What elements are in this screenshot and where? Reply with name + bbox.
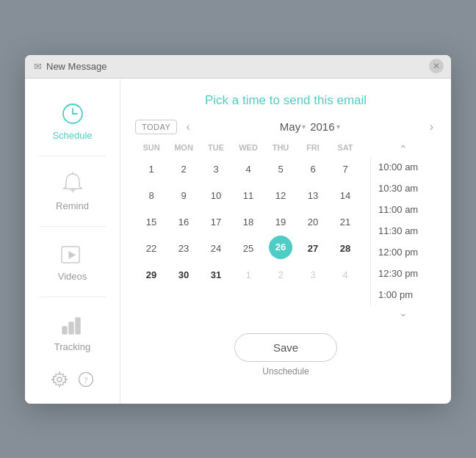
cal-day-28[interactable]: 28 [329, 236, 361, 262]
cal-day-16[interactable]: 16 [167, 209, 200, 236]
cal-day-14[interactable]: 14 [329, 183, 361, 209]
svg-point-11 [57, 377, 62, 382]
save-button[interactable]: Save [234, 333, 337, 362]
day-header-fri: FRI [297, 142, 329, 153]
svg-rect-9 [69, 322, 73, 334]
help-icon[interactable]: ? [78, 371, 94, 388]
cal-day-25[interactable]: 25 [232, 236, 264, 262]
day-header-mon: MON [167, 142, 200, 153]
cal-day-27[interactable]: 27 [297, 236, 329, 262]
time-item-3[interactable]: 11:30 am [371, 220, 436, 241]
cal-day-6[interactable]: 6 [297, 156, 329, 183]
time-item-5[interactable]: 12:30 pm [371, 263, 436, 284]
prev-month-button[interactable]: ‹ [183, 121, 192, 133]
cal-day-22[interactable]: 22 [135, 236, 167, 262]
today-button[interactable]: TODAY [135, 120, 177, 134]
divider-1 [39, 156, 105, 156]
calendar-time-wrapper: SUN MON TUE WED THU FRI SAT 1 2 [135, 142, 436, 320]
modal-overlay: ✉ New Message ✕ Schedule [0, 0, 476, 458]
videos-icon [60, 241, 86, 268]
day-header-tue: TUE [200, 142, 232, 153]
cal-day-30[interactable]: 30 [167, 262, 200, 288]
time-item-6[interactable]: 1:00 pm [371, 284, 436, 305]
sidebar-item-schedule[interactable]: Schedule [25, 92, 120, 150]
sidebar-schedule-label: Schedule [52, 130, 92, 141]
content-title: Pick a time to send this email [135, 93, 436, 108]
cal-actions: Save Unschedule [135, 333, 436, 377]
modal: ✉ New Message ✕ Schedule [25, 55, 451, 404]
cal-day-11[interactable]: 11 [232, 183, 264, 209]
time-scroll-up[interactable]: ⌃ [370, 142, 436, 156]
cal-day-8[interactable]: 8 [135, 183, 167, 209]
cal-day-15[interactable]: 15 [135, 209, 167, 236]
cal-day-26-selected[interactable]: 26 [269, 236, 292, 259]
day-header-wed: WED [232, 142, 264, 153]
schedule-icon [60, 101, 86, 127]
remind-icon [60, 171, 86, 197]
time-item-0[interactable]: 10:00 am [371, 156, 436, 178]
calendar-day-headers: SUN MON TUE WED THU FRI SAT [135, 142, 361, 153]
divider-3 [39, 297, 105, 297]
svg-text:?: ? [84, 375, 87, 385]
calendar-grid-area: SUN MON TUE WED THU FRI SAT 1 2 [135, 142, 361, 320]
time-scroll-down[interactable]: ⌄ [370, 305, 436, 320]
sidebar: Schedule Remind [25, 79, 120, 404]
cal-day-next-4[interactable]: 4 [329, 262, 361, 288]
cal-day-29[interactable]: 29 [135, 262, 167, 288]
cal-day-17[interactable]: 17 [200, 209, 232, 236]
day-header-thu: THU [264, 142, 297, 153]
time-item-1[interactable]: 10:30 am [371, 178, 436, 199]
time-picker: ⌃ 10:00 am 10:30 am 11:00 am 11:30 am 12… [370, 142, 436, 320]
modal-body: Schedule Remind [25, 79, 451, 404]
cal-day-10[interactable]: 10 [200, 183, 232, 209]
day-header-sun: SUN [135, 142, 167, 153]
close-button[interactable]: ✕ [429, 59, 444, 73]
modal-title: New Message [46, 61, 107, 72]
time-item-2[interactable]: 11:00 am [371, 199, 436, 220]
cal-day-2[interactable]: 2 [167, 156, 200, 183]
sidebar-item-videos[interactable]: Videos [25, 233, 120, 291]
calendar-header: TODAY ‹ May 2016 › [135, 120, 436, 134]
main-content: Pick a time to send this email TODAY ‹ M… [120, 79, 451, 404]
month-selector[interactable]: May [280, 120, 306, 133]
time-item-4[interactable]: 12:00 pm [371, 241, 436, 263]
cal-day-next-2[interactable]: 2 [264, 262, 297, 288]
sidebar-item-tracking[interactable]: Tracking [25, 303, 120, 361]
cal-day-5[interactable]: 5 [264, 156, 297, 183]
cal-day-19[interactable]: 19 [264, 209, 297, 236]
cal-day-23[interactable]: 23 [167, 236, 200, 262]
sidebar-bottom: ? [51, 364, 94, 390]
year-selector[interactable]: 2016 [310, 120, 339, 133]
time-list: 10:00 am 10:30 am 11:00 am 11:30 am 12:0… [370, 156, 436, 305]
svg-rect-10 [76, 318, 80, 334]
cal-day-next-3[interactable]: 3 [297, 262, 329, 288]
mail-icon: ✉ [34, 61, 42, 72]
month-year-selector: May 2016 [193, 120, 427, 133]
sidebar-item-remind[interactable]: Remind [25, 162, 120, 220]
cal-day-9[interactable]: 9 [167, 183, 200, 209]
sidebar-remind-label: Remind [56, 200, 89, 211]
cal-day-12[interactable]: 12 [264, 183, 297, 209]
day-header-sat: SAT [329, 142, 361, 153]
svg-marker-7 [69, 252, 75, 258]
cal-day-4[interactable]: 4 [232, 156, 264, 183]
calendar-grid: 1 2 3 4 5 6 7 8 9 10 11 12 [135, 156, 361, 288]
cal-day-next-1[interactable]: 1 [232, 262, 264, 288]
modal-titlebar: ✉ New Message ✕ [25, 55, 451, 79]
cal-day-20[interactable]: 20 [297, 209, 329, 236]
settings-icon[interactable] [51, 371, 68, 388]
sidebar-videos-label: Videos [58, 271, 87, 282]
cal-day-31[interactable]: 31 [200, 262, 232, 288]
cal-day-18[interactable]: 18 [232, 209, 264, 236]
cal-day-13[interactable]: 13 [297, 183, 329, 209]
svg-rect-8 [62, 327, 67, 334]
sidebar-tracking-label: Tracking [54, 341, 90, 352]
next-month-button[interactable]: › [427, 121, 436, 133]
divider-2 [39, 226, 105, 227]
cal-day-3[interactable]: 3 [200, 156, 232, 183]
cal-day-1[interactable]: 1 [135, 156, 167, 183]
cal-day-7[interactable]: 7 [329, 156, 361, 183]
cal-day-21[interactable]: 21 [329, 209, 361, 236]
unschedule-link[interactable]: Unschedule [262, 366, 309, 377]
cal-day-24[interactable]: 24 [200, 236, 232, 262]
